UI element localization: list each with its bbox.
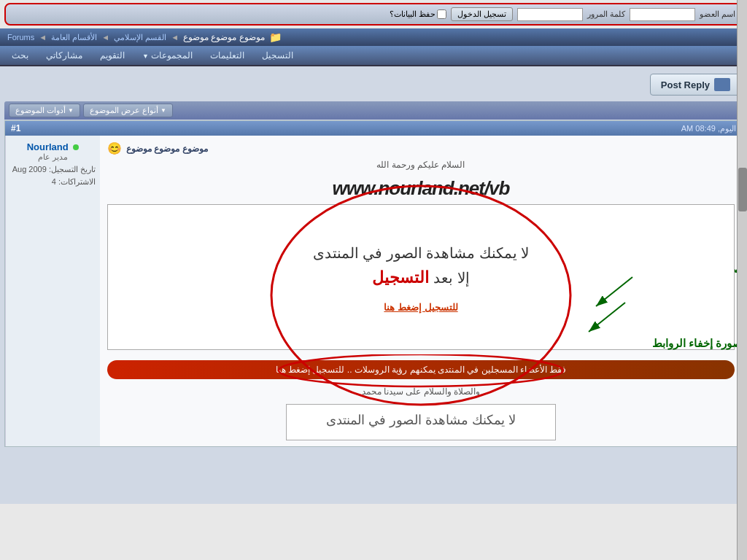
main-content: Post Reply ▼ أدوات الموضوع ▼ أنواع عرض ا… [0,66,747,504]
image-register-link: للتسجيل إضغط هنا [384,302,457,313]
scrollbar-thumb[interactable] [738,168,747,211]
chevron-down-icon: ▼ [160,107,166,114]
post-time: اليوم, 08:49 AM [681,124,736,133]
section-link[interactable]: الأقسام العامة [51,33,97,42]
smiley-icon: 😊 [107,141,122,155]
annotations-wrapper: صورة إخفاء الصور لا يمكنك مشاهد [107,204,735,379]
breadcrumb-separator3: ◄ [39,33,47,42]
user-online-status: Nourland [10,141,96,152]
join-date: تاريخ التسجيل: Aug 2009 [10,165,96,174]
online-indicator [73,144,79,150]
nav-help[interactable]: التعليمات [201,46,253,65]
chevron-down-icon: ▼ [142,52,149,60]
hide-links-label: صورة إخفاء الروابط [652,337,742,350]
forums-link[interactable]: Forums [7,33,34,42]
nav-search[interactable]: بحث [3,46,37,65]
image-notice-text: لا يمكنك مشاهدة الصور في المنتدى إلا بعد… [313,241,530,290]
remember-checkbox[interactable] [437,9,446,19]
links-notice-bar: فقط الأعضاء المسجلين في المنتدى يمكنهم ر… [107,360,735,379]
username-input[interactable] [630,8,695,21]
nav-register[interactable]: التسجيل [253,46,302,65]
watermark-area: www.nourland.net/vb [107,177,735,200]
second-image-text: لا يمكنك مشاهدة الصور في المنتدى [294,412,548,428]
password-label: كلمة المرور [587,9,625,19]
post-reply-button[interactable]: Post Reply [650,74,741,96]
links-notice-wrapper: فقط الأعضاء المسجلين في المنتدى يمكنهم ر… [107,360,735,379]
post-greeting: السلام عليكم ورحمة الله [107,160,735,170]
user-role: مدير عام [10,152,96,162]
post-subject-line: 😊 موضوع موضوع موضوع [107,141,735,155]
post-reply-bar: Post Reply [4,71,743,98]
breadcrumb-bar: 📁 موضوع موضوع موضوع ◄ القسم الإسلامي ◄ ا… [0,28,747,46]
post-number: #1 [11,123,20,133]
post-count: الاشتراكات: 4 [10,177,96,187]
watermark-text: www.nourland.net/vb [333,177,510,199]
tools-bar: ▼ أدوات الموضوع ▼ أنواع عرض الموضوع [4,101,743,120]
post-subject: موضوع موضوع موضوع [126,144,208,154]
remember-label: حفظ البيانات؟ [390,9,446,19]
breadcrumb-separator2: ◄ [101,33,109,42]
subsection-link[interactable]: القسم الإسلامي [114,33,166,42]
footer-greeting: والصلاة والسلام على سيدنا محمد [107,386,735,397]
nav-calendar[interactable]: التقويم [91,46,133,65]
folder-icon: 📁 [269,31,282,43]
image-register-anchor[interactable]: للتسجيل إضغط هنا [384,302,457,313]
topic-tools-button[interactable]: ▼ أدوات الموضوع [9,104,80,117]
username-label: اسم العضو [700,9,735,19]
chevron-down-icon: ▼ [68,107,74,114]
login-bar: اسم العضو كلمة المرور تسجيل الدخول حفظ ا… [4,3,743,26]
nav-my-posts[interactable]: مشاركاتي [37,46,91,65]
user-column: Nourland مدير عام تاريخ التسجيل: Aug 200… [5,136,100,446]
scrollbar[interactable] [737,0,747,504]
post-container: #1 اليوم, 08:49 AM Nourland مدير عام تار… [4,120,743,447]
display-types-button[interactable]: ▼ أنواع عرض الموضوع [83,104,173,117]
breadcrumb-separator: ◄ [171,33,179,42]
password-input[interactable] [517,8,583,21]
post-header: #1 اليوم, 08:49 AM [5,121,742,136]
post-content: 😊 موضوع موضوع موضوع السلام عليكم ورحمة ا… [100,136,742,446]
second-image-box: لا يمكنك مشاهدة الصور في المنتدى [286,404,556,440]
reply-icon [714,78,730,91]
nav-groups[interactable]: المجموعات ▼ [133,46,201,65]
post-body: Nourland مدير عام تاريخ التسجيل: Aug 200… [5,136,742,446]
topic-breadcrumb: موضوع موضوع موضوع [183,32,265,42]
username-link[interactable]: Nourland [27,141,69,152]
login-button[interactable]: تسجيل الدخول [451,7,513,21]
image-notice-box: لا يمكنك مشاهدة الصور في المنتدى إلا بعد… [107,204,735,350]
nav-bar: بحث مشاركاتي التقويم المجموعات ▼ التعليم… [0,46,747,66]
